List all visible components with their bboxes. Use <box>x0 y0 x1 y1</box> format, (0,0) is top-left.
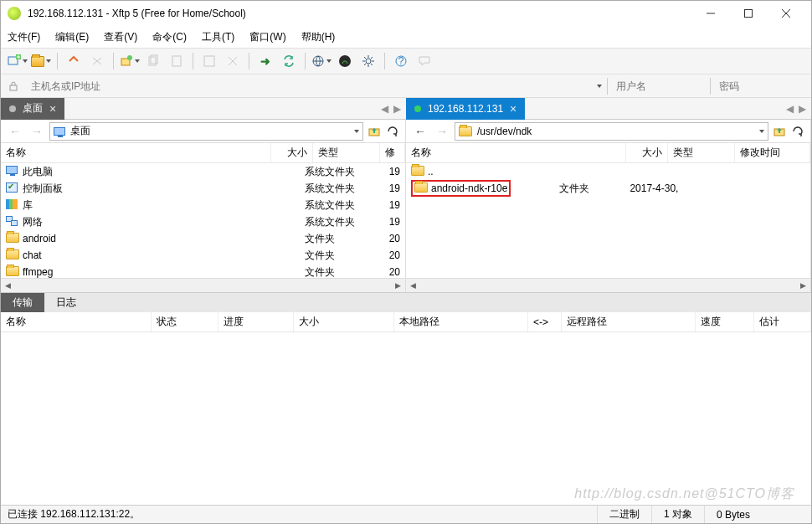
menu-window[interactable]: 窗口(W) <box>249 30 285 44</box>
tab-desktop[interactable]: 桌面 × <box>1 98 64 120</box>
host-dropdown-icon[interactable] <box>597 85 602 88</box>
path-box[interactable]: /usr/dev/ndk <box>455 122 768 141</box>
tcol-direction[interactable]: <-> <box>528 312 562 331</box>
tcol-size[interactable]: 大小 <box>294 312 394 331</box>
scroll-left-icon[interactable]: ◀ <box>406 279 420 293</box>
scroll-left-icon[interactable]: ◀ <box>1 279 15 293</box>
file-type: 系统文件夹 <box>305 215 372 229</box>
password-input[interactable] <box>716 78 808 95</box>
file-name: 此电脑 <box>23 165 256 179</box>
maximize-button[interactable] <box>729 2 767 25</box>
reconnect-icon[interactable] <box>64 51 84 71</box>
close-button[interactable] <box>767 2 804 25</box>
col-modified[interactable]: 修改时间 <box>735 143 810 162</box>
list-item[interactable]: 此电脑 系统文件夹 19 <box>1 163 405 180</box>
up-folder-icon[interactable] <box>367 124 382 139</box>
tab-close-icon[interactable]: × <box>49 102 56 116</box>
tcol-progress[interactable]: 进度 <box>218 312 294 331</box>
col-size[interactable]: 大小 <box>271 143 313 162</box>
up-folder-icon[interactable] <box>772 124 787 139</box>
terminal-icon[interactable] <box>335 51 355 71</box>
new-session-icon[interactable] <box>8 51 28 71</box>
menu-file[interactable]: 文件(F) <box>8 30 40 44</box>
menu-tools[interactable]: 工具(T) <box>202 30 234 44</box>
list-item[interactable]: chat 文件夹 20 <box>1 247 405 264</box>
list-item[interactable]: android 文件夹 20 <box>1 230 405 247</box>
col-size[interactable]: 大小 <box>626 143 668 162</box>
toolbar-separator <box>193 53 193 69</box>
right-scrollbar[interactable]: ◀ ▶ <box>406 278 810 292</box>
minimize-button[interactable] <box>691 2 729 25</box>
username-input[interactable] <box>613 78 705 95</box>
col-type[interactable]: 类型 <box>313 143 380 162</box>
left-file-list[interactable]: 此电脑 系统文件夹 19 控制面板 系统文件夹 19 库 系统文件夹 19 网络… <box>1 163 405 278</box>
sync-icon[interactable] <box>279 51 299 71</box>
left-scrollbar[interactable]: ◀ ▶ <box>1 278 405 292</box>
tab-close-icon[interactable]: × <box>510 102 516 116</box>
file-name: android <box>23 233 256 244</box>
status-bytes: 0 Bytes <box>704 506 804 523</box>
transfer-body <box>1 332 811 505</box>
folder-icon <box>6 249 19 259</box>
disconnect-icon[interactable] <box>87 51 107 71</box>
list-item[interactable]: ffmpeg 文件夹 20 <box>1 264 405 278</box>
chat-icon[interactable] <box>414 51 434 71</box>
help-icon[interactable]: ? <box>391 51 411 71</box>
scroll-right-icon[interactable]: ▶ <box>391 279 405 293</box>
tcol-speed[interactable]: 速度 <box>696 312 754 331</box>
back-button[interactable]: ← <box>6 122 24 141</box>
tcol-localpath[interactable]: 本地路径 <box>394 312 528 331</box>
toolbar-separator <box>249 53 249 69</box>
tab-transfer[interactable]: 传输 <box>1 293 44 312</box>
col-modified[interactable]: 修 <box>380 143 405 162</box>
toolbar-separator <box>305 53 306 69</box>
list-item-updir[interactable]: .. <box>406 163 810 180</box>
col-name[interactable]: 名称 <box>406 143 626 162</box>
forward-button[interactable]: → <box>433 122 451 141</box>
menu-command[interactable]: 命令(C) <box>152 30 187 44</box>
forward-button[interactable]: → <box>28 122 46 141</box>
path-box[interactable]: 桌面 <box>49 122 363 141</box>
path-dropdown-icon[interactable] <box>354 130 359 133</box>
scroll-right-icon[interactable]: ▶ <box>796 279 810 293</box>
menu-view[interactable]: 查看(V) <box>104 30 137 44</box>
col-name[interactable]: 名称 <box>1 143 271 162</box>
options-icon[interactable] <box>358 51 378 71</box>
tcol-status[interactable]: 状态 <box>152 312 218 331</box>
col-type[interactable]: 类型 <box>668 143 735 162</box>
back-button[interactable]: ← <box>411 122 429 141</box>
delete-icon[interactable] <box>223 51 243 71</box>
list-item[interactable]: 控制面板 系统文件夹 19 <box>1 180 405 197</box>
refresh-icon[interactable] <box>790 124 805 139</box>
tcol-remotepath[interactable]: 远程路径 <box>562 312 696 331</box>
statusbar: 已连接 192.168.112.131:22。 二进制 1 对象 0 Bytes <box>1 505 811 523</box>
copy-icon[interactable] <box>143 51 163 71</box>
tab-log[interactable]: 日志 <box>44 293 88 312</box>
right-tabs: 192.168.112.131 × ◀▶ <box>406 98 811 120</box>
web-icon[interactable] <box>311 51 331 71</box>
left-header: 名称 大小 类型 修 <box>1 143 405 163</box>
path-dropdown-icon[interactable] <box>759 130 764 133</box>
open-icon[interactable] <box>31 51 51 71</box>
list-item[interactable]: 库 系统文件夹 19 <box>1 197 405 213</box>
file-date: 19 <box>375 199 400 211</box>
folder-up-icon <box>411 166 424 176</box>
right-file-list[interactable]: .. android-ndk-r10e 文件夹 2017-4-30, <box>406 163 810 278</box>
tcol-eta[interactable]: 估计 <box>754 312 811 331</box>
list-item[interactable]: 网络 系统文件夹 19 <box>1 213 405 230</box>
host-input[interactable] <box>28 78 590 95</box>
paste-icon[interactable] <box>167 51 187 71</box>
control-panel-icon <box>6 182 18 193</box>
tcol-name[interactable]: 名称 <box>1 312 152 331</box>
file-date: 2017-4-30, <box>630 182 705 194</box>
transfer-right-icon[interactable]: ➜ <box>255 51 275 71</box>
left-nav: ← → 桌面 <box>1 120 405 143</box>
tab-remote[interactable]: 192.168.112.131 × <box>406 98 525 120</box>
hostbar-separator <box>710 78 711 95</box>
list-item[interactable]: android-ndk-r10e 文件夹 2017-4-30, <box>406 180 810 197</box>
menu-help[interactable]: 帮助(H) <box>301 30 336 44</box>
menu-edit[interactable]: 编辑(E) <box>55 30 89 44</box>
properties-icon[interactable] <box>199 51 219 71</box>
refresh-icon[interactable] <box>385 124 400 139</box>
new-folder-icon[interactable] <box>120 51 140 71</box>
